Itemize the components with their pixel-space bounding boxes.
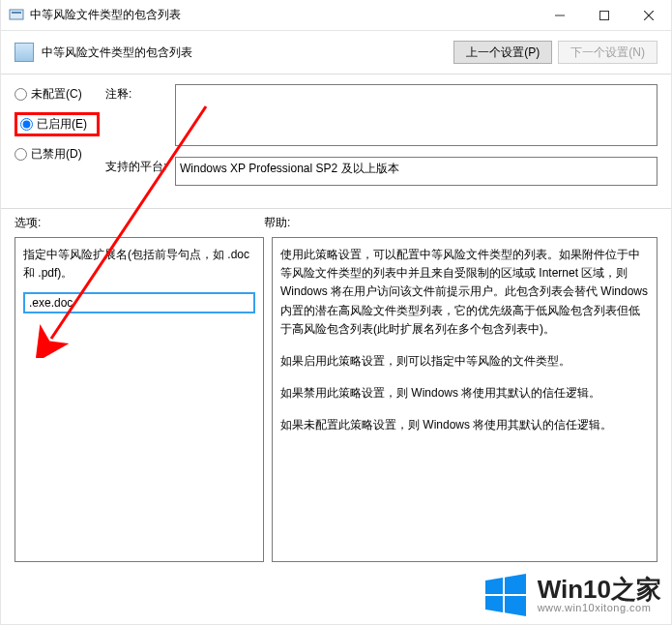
panels: 指定中等风险扩展名(包括前导句点，如 .doc 和 .pdf)。 使用此策略设置… (15, 237, 657, 562)
comment-label: 注释: (105, 84, 169, 103)
app-icon (9, 8, 24, 23)
radio-not-configured[interactable]: 未配置(C) (15, 86, 100, 103)
watermark-url: www.win10xitong.com (538, 603, 661, 614)
config-area: 未配置(C) 已启用(E) 已禁用(D) 注释: 支持的平台: Windows … (1, 74, 671, 204)
help-label: 帮助: (264, 215, 290, 231)
radio-not-configured-input[interactable] (15, 88, 27, 101)
maximize-button[interactable] (582, 0, 627, 30)
help-p4: 如果未配置此策略设置，则 Windows 将使用其默认的信任逻辑。 (280, 416, 649, 434)
titlebar: 中等风险文件类型的包含列表 (1, 0, 671, 31)
policy-icon (15, 43, 34, 62)
extensions-input[interactable] (23, 292, 255, 313)
minimize-button[interactable] (538, 0, 582, 30)
svg-marker-8 (505, 574, 526, 594)
svg-marker-10 (505, 596, 526, 616)
svg-rect-0 (10, 10, 23, 19)
state-radios: 未配置(C) 已启用(E) 已禁用(D) (15, 84, 100, 163)
close-button[interactable] (627, 0, 671, 30)
platform-field-wrap: Windows XP Professional SP2 及以上版本 (175, 157, 657, 189)
radio-disabled-label: 已禁用(D) (31, 146, 82, 163)
radio-disabled-input[interactable] (15, 148, 27, 161)
radio-enabled[interactable]: 已启用(E) (15, 112, 100, 136)
radio-not-configured-label: 未配置(C) (31, 86, 82, 103)
platform-field[interactable]: Windows XP Professional SP2 及以上版本 (175, 157, 657, 186)
radio-disabled[interactable]: 已禁用(D) (15, 146, 100, 163)
header: 中等风险文件类型的包含列表 上一个设置(P) 下一个设置(N) (1, 31, 671, 70)
panel-labels: 选项: 帮助: (15, 215, 657, 231)
options-description: 指定中等风险扩展名(包括前导句点，如 .doc 和 .pdf)。 (23, 246, 255, 283)
help-panel[interactable]: 使用此策略设置，可以配置中等风险文件类型的列表。如果附件位于中等风险文件类型的列… (272, 237, 657, 562)
window-title: 中等风险文件类型的包含列表 (30, 7, 538, 23)
options-panel[interactable]: 指定中等风险扩展名(包括前导句点，如 .doc 和 .pdf)。 (15, 237, 264, 562)
windows-logo-icon (482, 572, 528, 618)
prev-setting-button[interactable]: 上一个设置(P) (453, 41, 552, 64)
radio-enabled-input[interactable] (20, 118, 33, 131)
comment-field[interactable] (175, 84, 657, 146)
options-label: 选项: (15, 215, 264, 231)
lower-section: 选项: 帮助: 指定中等风险扩展名(包括前导句点，如 .doc 和 .pdf)。… (1, 209, 671, 576)
watermark-brand: Win10之家 (538, 577, 661, 603)
platform-label: 支持的平台: (105, 157, 169, 175)
help-p1: 使用此策略设置，可以配置中等风险文件类型的列表。如果附件位于中等风险文件类型的列… (280, 246, 649, 339)
help-p3: 如果禁用此策略设置，则 Windows 将使用其默认的信任逻辑。 (280, 384, 649, 402)
next-setting-button: 下一个设置(N) (558, 41, 657, 64)
svg-rect-1 (12, 12, 21, 14)
policy-title: 中等风险文件类型的包含列表 (42, 45, 453, 61)
window-controls (538, 0, 671, 30)
svg-marker-7 (485, 578, 503, 594)
help-p2: 如果启用此策略设置，则可以指定中等风险的文件类型。 (280, 352, 649, 371)
comment-field-wrap (175, 84, 657, 149)
radio-enabled-label: 已启用(E) (37, 116, 87, 133)
svg-rect-3 (600, 11, 609, 19)
svg-marker-9 (485, 596, 503, 612)
